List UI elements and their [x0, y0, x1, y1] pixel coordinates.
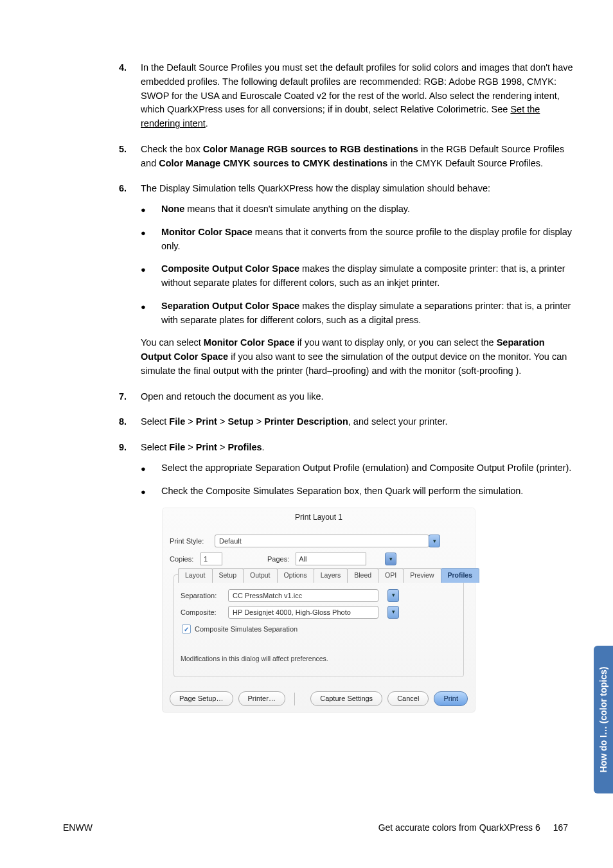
tab-bleed[interactable]: Bleed: [347, 568, 378, 583]
tab-preview[interactable]: Preview: [403, 568, 441, 583]
step-text: The Display Simulation tells QuarkXPress…: [141, 182, 574, 378]
profiles-group: Layout Setup Output Options Layers Bleed…: [173, 574, 464, 677]
bullet-icon: ●: [141, 226, 161, 254]
copies-input[interactable]: 1: [200, 553, 222, 565]
bullet-icon: ●: [141, 202, 161, 217]
step-text: Select File > Print > Profiles. ●Select …: [141, 441, 574, 713]
print-style-label: Print Style:: [170, 536, 215, 547]
step-number: 9.: [119, 441, 141, 713]
cancel-button[interactable]: Cancel: [387, 691, 429, 706]
separation-select[interactable]: CC PressMatch v1.icc: [228, 589, 378, 602]
printer-button[interactable]: Printer…: [238, 691, 285, 706]
chevron-updown-icon[interactable]: ▾: [385, 553, 396, 565]
footer-left: ENWW: [63, 822, 93, 833]
tab-output[interactable]: Output: [243, 568, 278, 583]
step-7: 7. Open and retouch the document as you …: [119, 390, 574, 404]
step-number: 7.: [119, 390, 141, 404]
step-9: 9. Select File > Print > Profiles. ●Sele…: [119, 441, 574, 713]
footer-right: Get accurate colors from QuarkXPress 6: [378, 822, 540, 833]
page-number: 167: [553, 822, 568, 833]
capture-settings-button[interactable]: Capture Settings: [310, 691, 382, 706]
pages-input[interactable]: All: [296, 553, 366, 565]
composite-simulates-checkbox[interactable]: ✓: [182, 624, 191, 633]
step-4: 4. In the Default Source Profiles you mu…: [119, 61, 574, 131]
copies-label: Copies:: [170, 554, 200, 565]
document-body: 4. In the Default Source Profiles you mu…: [119, 61, 574, 725]
bullet-icon: ●: [141, 299, 161, 328]
step-number: 8.: [119, 415, 141, 429]
step-text: Check the box Color Manage RGB sources t…: [141, 143, 574, 171]
composite-select[interactable]: HP Designjet 4000, High-Gloss Photo: [228, 606, 378, 619]
step-number: 4.: [119, 61, 141, 131]
composite-label: Composite:: [181, 607, 228, 618]
print-style-select[interactable]: Default: [215, 535, 429, 547]
bullet-icon: ●: [141, 461, 161, 475]
checkbox-label: Composite Simulates Separation: [195, 624, 298, 635]
page-footer: ENWW Get accurate colors from QuarkXPres…: [63, 822, 568, 833]
print-button[interactable]: Print: [434, 691, 468, 706]
step-6: 6. The Display Simulation tells QuarkXPr…: [119, 182, 574, 378]
dialog-note: Modifications in this dialog will affect…: [181, 654, 457, 664]
tab-setup[interactable]: Setup: [212, 568, 244, 583]
step-number: 6.: [119, 182, 141, 378]
side-tab: How do I… (color topics): [594, 646, 613, 793]
chevron-updown-icon[interactable]: ▾: [387, 589, 399, 602]
bullet-icon: ●: [141, 484, 161, 499]
separation-label: Separation:: [181, 590, 228, 601]
chevron-updown-icon[interactable]: ▾: [429, 535, 440, 547]
step-8: 8. Select File > Print > Setup > Printer…: [119, 415, 574, 429]
pages-label: Pages:: [267, 554, 289, 565]
tab-profiles[interactable]: Profiles: [441, 568, 480, 583]
step-5: 5. Check the box Color Manage RGB source…: [119, 143, 574, 171]
tab-layout[interactable]: Layout: [178, 568, 213, 583]
side-tab-label: How do I… (color topics): [598, 667, 609, 773]
step-text: Select File > Print > Setup > Printer De…: [141, 415, 574, 429]
print-dialog: Print Layout 1 Print Style: Default ▾ Co…: [161, 507, 476, 713]
tab-layers[interactable]: Layers: [314, 568, 348, 583]
bullet-icon: ●: [141, 262, 161, 290]
page-setup-button[interactable]: Page Setup…: [170, 691, 233, 706]
chevron-updown-icon[interactable]: ▾: [387, 606, 399, 619]
divider: [294, 693, 295, 705]
tab-opi[interactable]: OPI: [378, 568, 404, 583]
tab-options[interactable]: Options: [277, 568, 314, 583]
step-text: Open and retouch the document as you lik…: [141, 390, 574, 404]
step-text: In the Default Source Profiles you must …: [141, 61, 574, 131]
step-number: 5.: [119, 143, 141, 171]
dialog-title: Print Layout 1: [162, 508, 475, 526]
